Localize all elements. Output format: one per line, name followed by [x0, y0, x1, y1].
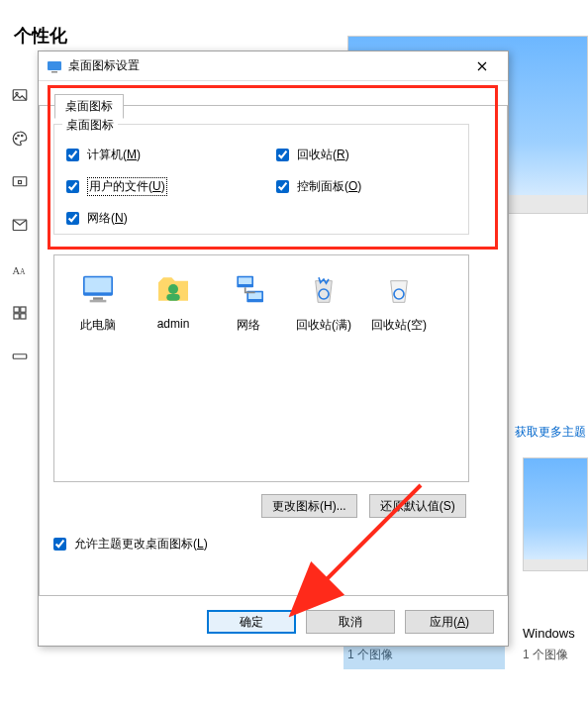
svg-text:A: A: [20, 267, 26, 276]
recyclebin-empty-icon: [377, 267, 421, 311]
icon-label: 网络: [213, 317, 284, 334]
checkbox-recyclebin[interactable]: 回收站(R): [276, 143, 456, 166]
icon-label: 回收站(满): [288, 317, 359, 334]
checkbox-controlpanel-input[interactable]: [276, 180, 289, 193]
icon-item-thispc[interactable]: 此电脑: [62, 267, 134, 334]
svg-rect-16: [51, 71, 57, 73]
sidebar-start-icon[interactable]: [0, 291, 40, 335]
network-icon: [227, 267, 270, 311]
icon-item-recyclebin-full[interactable]: 回收站(满): [288, 267, 359, 334]
checkbox-computer-input[interactable]: [66, 149, 79, 161]
sidebar-background-icon[interactable]: [0, 73, 40, 117]
theme-card-2-sub: 1 个图像: [523, 647, 568, 663]
tab-desktop-icons[interactable]: 桌面图标: [54, 94, 124, 119]
dialog-title: 桌面图标设置: [68, 57, 462, 74]
checkbox-userfiles[interactable]: 用户的文件(U): [66, 174, 246, 198]
sidebar-lockscreen-icon[interactable]: [0, 160, 40, 204]
svg-rect-12: [14, 314, 19, 319]
sidebar-colors-icon[interactable]: [0, 117, 40, 160]
svg-point-21: [168, 284, 178, 294]
checkbox-network[interactable]: 网络(N): [66, 206, 246, 230]
icon-label: 回收站(空): [363, 317, 435, 334]
desktop-icon-settings-dialog: 桌面图标设置 桌面图标 桌面图标 计算机(M) 回收站(R): [38, 50, 509, 647]
settings-sidebar: AA: [0, 73, 40, 378]
checkbox-allow-themes-input[interactable]: [53, 538, 66, 551]
icon-item-network[interactable]: 网络: [213, 267, 284, 334]
sidebar-themes-icon[interactable]: [0, 204, 40, 248]
ok-button[interactable]: 确定: [207, 610, 296, 634]
svg-rect-13: [21, 314, 26, 319]
svg-rect-24: [239, 277, 251, 284]
checkbox-network-input[interactable]: [66, 212, 79, 225]
change-icon-button[interactable]: 更改图标(H)...: [261, 494, 357, 518]
cancel-button[interactable]: 取消: [306, 610, 395, 634]
desktop-icons-groupbox: 桌面图标 计算机(M) 回收站(R) 用户的文件(U): [53, 124, 469, 235]
checkbox-controlpanel[interactable]: 控制面板(O): [276, 174, 456, 198]
svg-rect-20: [90, 300, 107, 303]
svg-rect-26: [248, 292, 261, 299]
sidebar-taskbar-icon[interactable]: [0, 335, 40, 378]
svg-rect-5: [13, 177, 27, 186]
svg-point-2: [16, 138, 18, 140]
theme-card-2-title: Windows: [523, 626, 575, 641]
svg-rect-18: [85, 277, 112, 292]
icon-label: admin: [138, 317, 209, 331]
svg-point-4: [22, 135, 24, 137]
dialog-footer-buttons: 确定 取消 应用(A): [207, 610, 494, 634]
svg-point-3: [18, 135, 20, 137]
apply-button[interactable]: 应用(A): [405, 610, 494, 634]
icon-preview-list[interactable]: 此电脑 admin 网络: [53, 254, 469, 482]
sidebar-fonts-icon[interactable]: AA: [0, 248, 40, 291]
thispc-icon: [76, 267, 120, 311]
svg-rect-15: [48, 61, 61, 70]
icon-item-recyclebin-empty[interactable]: 回收站(空): [363, 267, 435, 334]
svg-rect-19: [93, 297, 103, 300]
svg-rect-10: [14, 307, 19, 312]
icon-item-userfolder[interactable]: admin: [138, 267, 209, 331]
checkbox-computer[interactable]: 计算机(M): [66, 143, 246, 166]
theme-card-2[interactable]: [523, 457, 588, 571]
recyclebin-full-icon: [302, 267, 345, 311]
svg-rect-14: [13, 354, 27, 359]
svg-rect-6: [19, 181, 22, 184]
tab-panel: 桌面图标 计算机(M) 回收站(R) 用户的文件(U): [39, 105, 508, 596]
checkbox-userfiles-input[interactable]: [66, 180, 79, 193]
groupbox-title: 桌面图标: [62, 117, 118, 134]
settings-header: 个性化: [14, 24, 67, 48]
svg-rect-22: [166, 294, 179, 301]
dialog-sysicon: [47, 58, 62, 74]
checkbox-userfiles-label: 用户的文件(U): [87, 177, 167, 196]
close-button[interactable]: [462, 52, 502, 80]
dialog-body: 桌面图标 桌面图标 计算机(M) 回收站(R) 用户的文: [39, 81, 508, 646]
checkbox-recyclebin-input[interactable]: [276, 149, 289, 161]
checkbox-allow-themes[interactable]: 允许主题更改桌面图标(L): [53, 532, 208, 555]
userfolder-icon: [151, 267, 195, 311]
dialog-titlebar: 桌面图标设置: [39, 51, 508, 81]
icon-label: 此电脑: [62, 317, 134, 334]
svg-rect-11: [21, 307, 26, 312]
get-more-themes-link[interactable]: 获取更多主题: [515, 424, 586, 441]
restore-default-button[interactable]: 还原默认值(S): [369, 494, 466, 518]
